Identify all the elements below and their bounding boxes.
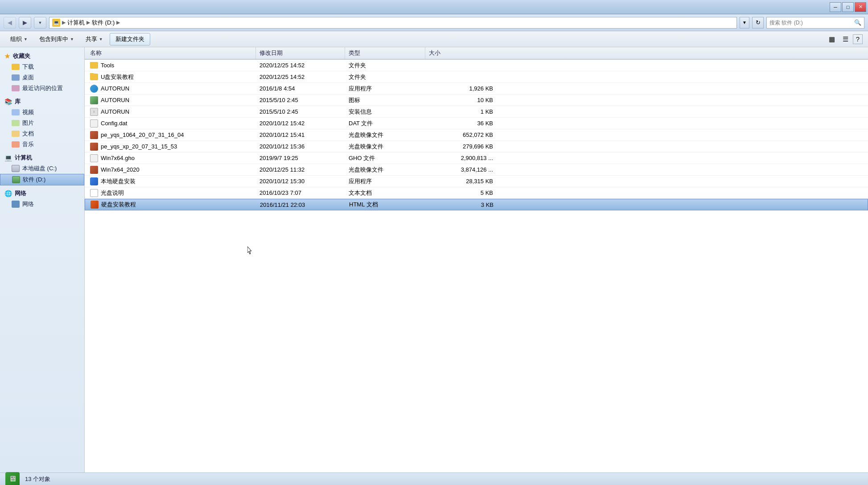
file-cell-modified: 2020/10/12 15:42 (256, 120, 345, 127)
back-button[interactable]: ◀ (4, 17, 16, 29)
toolbar-right: ▦ ☰ ? (826, 33, 863, 45)
refresh-button[interactable]: ↻ (752, 17, 764, 29)
sidebar-item-desktop[interactable]: 桌面 (0, 72, 84, 83)
col-modified[interactable]: 修改日期 (256, 47, 345, 59)
include-library-button[interactable]: 包含到库中 ▼ (34, 33, 79, 45)
sidebar-section-favorites: ★ 收藏夹 下载 桌面 最近访问的位置 (0, 51, 84, 94)
file-cell-name: Win7x64.gho (86, 154, 256, 162)
table-row[interactable]: U盘安装教程 2020/12/25 14:52 文件夹 (85, 71, 868, 83)
sidebar-item-recent[interactable]: 最近访问的位置 (0, 83, 84, 94)
minimize-button[interactable]: ─ (830, 2, 841, 12)
maximize-button[interactable]: □ (842, 2, 854, 12)
sidebar-header-library[interactable]: 📚 库 (0, 96, 84, 107)
table-row[interactable]: pe_yqs_xp_20_07_31_15_53 2020/10/12 15:3… (85, 141, 868, 152)
sidebar-item-video[interactable]: 视频 (0, 107, 84, 118)
computer-icon: 💻 (4, 154, 12, 161)
path-drive: 软件 (D:) (92, 19, 115, 27)
file-cell-size: 36 KB (425, 120, 497, 127)
file-cell-type: 文本文档 (345, 189, 425, 197)
file-cell-name: AUTORUN (86, 85, 256, 93)
search-input[interactable] (769, 20, 852, 26)
recent-locations-button[interactable]: ▼ (34, 17, 46, 29)
sidebar-header-computer[interactable]: 💻 计算机 (0, 152, 84, 163)
address-bar: ◀ ▶ ▼ 💻 ▶ 计算机 ▶ 软件 (D:) ▶ ▼ ↻ 🔍 (0, 14, 868, 31)
toolbar: 组织 ▼ 包含到库中 ▼ 共享 ▼ 新建文件夹 ▦ ☰ ? (0, 31, 868, 47)
sidebar-header-favorites[interactable]: ★ 收藏夹 (0, 51, 84, 62)
file-name: 光盘说明 (101, 189, 124, 197)
file-icon-folder (90, 74, 98, 80)
new-folder-label: 新建文件夹 (115, 36, 144, 42)
col-type[interactable]: 类型 (345, 47, 425, 59)
organize-button[interactable]: 组织 ▼ (5, 33, 33, 45)
sidebar-item-download-label: 下载 (22, 63, 34, 71)
file-icon-dat (90, 119, 98, 127)
folder-icon-picture (12, 120, 20, 126)
table-row[interactable]: Win7x64.gho 2019/9/7 19:25 GHO 文件 2,900,… (85, 152, 868, 164)
sidebar-item-document-label: 文档 (22, 130, 34, 138)
file-cell-size: 1 KB (425, 108, 497, 115)
new-folder-button[interactable]: 新建文件夹 (110, 33, 150, 45)
include-library-arrow-icon: ▼ (70, 37, 74, 41)
title-bar-buttons: ─ □ ✕ (830, 2, 866, 12)
file-cell-type: 光盘映像文件 (345, 166, 425, 174)
sidebar-item-picture[interactable]: 图片 (0, 118, 84, 128)
sidebar-item-drive-d[interactable]: 软件 (D:) (0, 174, 84, 185)
table-row[interactable]: Win7x64_2020 2020/12/25 11:32 光盘映像文件 3,8… (85, 164, 868, 176)
table-row[interactable]: 硬盘安装教程 2016/11/21 22:03 HTML 文档 3 KB (85, 199, 868, 210)
close-button[interactable]: ✕ (855, 2, 866, 12)
sidebar-item-drive-c[interactable]: 本地磁盘 (C:) (0, 163, 84, 174)
include-library-label: 包含到库中 (39, 35, 68, 43)
title-bar: ─ □ ✕ (0, 0, 868, 14)
file-cell-modified: 2015/5/10 2:45 (256, 97, 345, 103)
address-dropdown-button[interactable]: ▼ (740, 17, 749, 29)
network-icon: 🌐 (4, 190, 12, 197)
view-options-button[interactable]: ▦ (826, 33, 838, 45)
address-path[interactable]: 💻 ▶ 计算机 ▶ 软件 (D:) ▶ (49, 17, 737, 29)
file-cell-modified: 2020/12/25 11:32 (256, 166, 345, 173)
file-cell-type: 图标 (345, 96, 425, 104)
file-list: Tools 2020/12/25 14:52 文件夹 U盘安装教程 2020/1… (85, 60, 868, 266)
computer-label: 计算机 (15, 154, 32, 162)
file-name: Win7x64_2020 (101, 166, 140, 173)
sidebar-header-network[interactable]: 🌐 网络 (0, 188, 84, 199)
help-button[interactable]: ? (853, 34, 863, 44)
file-name: 本地硬盘安装 (101, 177, 136, 185)
col-name[interactable]: 名称 (86, 47, 256, 59)
table-row[interactable]: 本地硬盘安装 2020/10/12 15:30 应用程序 28,315 KB (85, 176, 868, 187)
file-cell-name: pe_yqs_xp_20_07_31_15_53 (86, 143, 256, 151)
status-app-icon: 🖥 (5, 472, 20, 485)
sidebar-item-download[interactable]: 下载 (0, 62, 84, 72)
file-icon-ico (90, 96, 98, 104)
table-row[interactable]: 光盘说明 2016/10/23 7:07 文本文档 5 KB (85, 187, 868, 199)
main-layout: ★ 收藏夹 下载 桌面 最近访问的位置 📚 库 (0, 47, 868, 473)
file-name: pe_yqs_xp_20_07_31_15_53 (101, 143, 177, 150)
file-cell-modified: 2020/12/25 14:52 (256, 62, 345, 69)
sidebar-item-network[interactable]: 网络 (0, 199, 84, 210)
share-button[interactable]: 共享 ▼ (81, 33, 108, 45)
file-icon-gho (90, 154, 98, 162)
file-name: U盘安装教程 (101, 73, 134, 81)
table-row[interactable]: AUTORUN 2016/1/8 4:54 应用程序 1,926 KB (85, 83, 868, 95)
table-row[interactable]: pe_yqs_1064_20_07_31_16_04 2020/10/12 15… (85, 129, 868, 141)
sidebar-item-drive-d-label: 软件 (D:) (23, 176, 45, 184)
sidebar-item-music[interactable]: 音乐 (0, 139, 84, 150)
sidebar: ★ 收藏夹 下载 桌面 最近访问的位置 📚 库 (0, 47, 85, 473)
col-size[interactable]: 大小 (425, 47, 497, 59)
search-box[interactable]: 🔍 (766, 17, 864, 29)
file-name: AUTORUN (101, 108, 129, 115)
table-row[interactable]: AUTORUN 2015/5/10 2:45 图标 10 KB (85, 95, 868, 106)
table-row[interactable]: i AUTORUN 2015/5/10 2:45 安装信息 1 KB (85, 106, 868, 118)
file-name: Config.dat (101, 120, 127, 127)
forward-button[interactable]: ▶ (19, 17, 31, 29)
table-row[interactable]: Config.dat 2020/10/12 15:42 DAT 文件 36 KB (85, 118, 868, 129)
file-cell-name: pe_yqs_1064_20_07_31_16_04 (86, 131, 256, 139)
sidebar-item-document[interactable]: 文档 (0, 128, 84, 139)
file-icon-iso (90, 166, 98, 174)
file-list-container: 名称 修改日期 类型 大小 Tools 2020/12/25 14:52 文件夹… (85, 47, 868, 473)
view-toggle-button[interactable]: ☰ (839, 33, 851, 45)
file-name: pe_yqs_1064_20_07_31_16_04 (101, 132, 184, 138)
table-row[interactable]: Tools 2020/12/25 14:52 文件夹 (85, 60, 868, 71)
path-sep-3: ▶ (116, 20, 120, 25)
file-icon-autorun (90, 85, 98, 93)
organize-arrow-icon: ▼ (24, 37, 28, 41)
